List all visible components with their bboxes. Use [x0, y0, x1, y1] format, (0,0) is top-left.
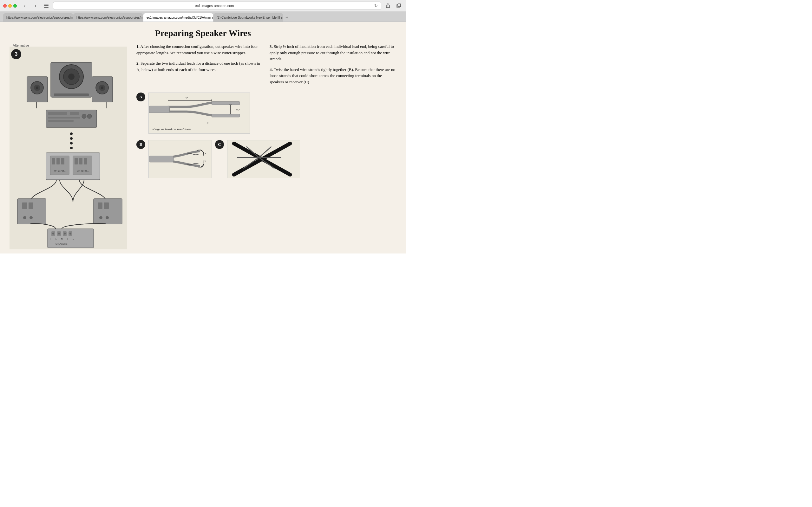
svg-point-15 — [36, 87, 38, 89]
tab-3[interactable]: ec1.images-amazon.com/media/i3d/01/A/man… — [143, 13, 213, 21]
svg-rect-29 — [48, 117, 80, 118]
svg-rect-38 — [52, 158, 55, 164]
alt-label: Alternative — [13, 43, 29, 47]
tab-1-label: https://www.sony.com/electronics/support… — [6, 16, 73, 19]
svg-text:½": ½" — [236, 108, 240, 112]
svg-point-10 — [68, 73, 74, 80]
tab-3-label: ec1.images-amazon.com/media/i3d/01/A/man… — [147, 16, 213, 19]
figure-c-content — [227, 140, 300, 179]
svg-point-58 — [52, 233, 54, 234]
toolbar-right — [384, 2, 403, 10]
step-4-text: Twist the bared wire strands tightly tog… — [270, 67, 395, 84]
svg-point-64 — [69, 233, 71, 234]
browser-chrome: ‹ › ec1.images-amazon.com ↻ — [0, 0, 406, 22]
svg-rect-39 — [56, 158, 60, 164]
svg-point-28 — [87, 114, 92, 118]
svg-text:✂: ✂ — [207, 122, 209, 124]
svg-text:R: R — [61, 238, 63, 240]
diagram-area: Alternative 3 — [9, 43, 130, 250]
share-button[interactable] — [384, 2, 392, 10]
svg-rect-42 — [79, 158, 83, 164]
figure-b-label: B — [136, 140, 145, 149]
svg-rect-43 — [84, 158, 87, 164]
svg-rect-48 — [29, 203, 33, 209]
figure-b-content: ↩ ↪ — [148, 140, 212, 179]
svg-rect-77 — [212, 114, 240, 117]
svg-text:+: + — [49, 238, 51, 240]
figure-a-svg: 1" ½" — [148, 93, 250, 134]
svg-point-49 — [23, 216, 26, 219]
tab-4[interactable]: (2) Cambridge Soundworks NewEnsemble III… — [213, 13, 283, 21]
svg-text:–: – — [72, 238, 74, 240]
content-area: Alternative 3 — [9, 43, 397, 250]
steps-columns: 1. After choosing the connection configu… — [136, 43, 397, 89]
tab-1[interactable]: https://www.sony.com/electronics/support… — [3, 13, 73, 21]
svg-rect-76 — [212, 102, 240, 105]
svg-text:1": 1" — [185, 96, 188, 100]
figure-c-row: C — [215, 140, 300, 179]
traffic-lights — [3, 4, 17, 8]
svg-text:SPEAKERS: SPEAKERS — [55, 243, 67, 245]
figure-bc-row: B — [136, 140, 397, 179]
step-badge: 3 — [11, 49, 21, 59]
minimize-button[interactable] — [8, 4, 12, 8]
svg-point-32 — [70, 137, 72, 140]
figure-b-svg: ↩ ↪ — [148, 140, 212, 178]
figure-c-label: C — [215, 140, 224, 149]
svg-rect-30 — [48, 120, 73, 122]
figure-a-content: 1" ½" — [148, 93, 397, 134]
step-3-text: Strip ½ inch of insulation from each ind… — [270, 44, 394, 61]
svg-rect-85 — [149, 156, 174, 162]
svg-rect-47 — [22, 203, 27, 209]
new-tab-button[interactable]: + — [284, 13, 290, 21]
step-4: 4. Twist the bared wire strands tightly … — [270, 66, 397, 85]
close-button[interactable] — [3, 4, 7, 8]
step-1-num: 1. — [136, 44, 140, 49]
svg-text:–: – — [50, 243, 51, 245]
svg-rect-52 — [98, 203, 102, 209]
sidebar-button[interactable] — [42, 2, 50, 10]
svg-text:MR 71725...: MR 71725... — [77, 170, 89, 172]
svg-point-34 — [70, 147, 72, 149]
figure-c-svg — [227, 140, 300, 178]
svg-rect-78 — [149, 106, 169, 113]
instructions-area: 1. After choosing the connection configu… — [136, 43, 397, 250]
svg-text:MR 71725...: MR 71725... — [54, 170, 66, 172]
svg-point-19 — [101, 87, 103, 89]
svg-text:L: L — [55, 238, 57, 240]
svg-point-33 — [70, 142, 72, 145]
svg-rect-1 — [44, 5, 49, 6]
tab-2-label: https://www.sony.com/electronics/support… — [77, 16, 143, 19]
svg-rect-25 — [48, 112, 67, 115]
forward-button[interactable]: › — [32, 2, 40, 10]
figure-a-row: A 1" — [136, 93, 397, 134]
step-1: 1. After choosing the connection configu… — [136, 43, 263, 56]
svg-rect-41 — [74, 158, 78, 164]
maximize-button[interactable] — [13, 4, 17, 8]
svg-rect-0 — [44, 4, 49, 4]
svg-text:Ridge or bead on insulation: Ridge or bead on insulation — [152, 127, 191, 131]
back-button[interactable]: ‹ — [20, 2, 29, 10]
svg-point-54 — [99, 216, 102, 219]
svg-point-31 — [70, 132, 72, 135]
new-window-button[interactable] — [395, 2, 403, 10]
step-3: 3. Strip ½ inch of insulation from each … — [270, 43, 397, 62]
address-bar[interactable]: ec1.images-amazon.com ↻ — [53, 2, 381, 10]
svg-text:↩: ↩ — [203, 152, 206, 156]
svg-rect-2 — [44, 7, 49, 8]
reload-button[interactable]: ↻ — [374, 3, 378, 8]
figure-a-label: A — [136, 93, 145, 101]
svg-rect-40 — [61, 158, 64, 164]
speaker-diagram-svg: MR 71725... MR 71725... — [9, 47, 127, 249]
title-bar: ‹ › ec1.images-amazon.com ↻ — [0, 0, 406, 11]
step-2-num: 2. — [136, 61, 140, 66]
svg-point-55 — [106, 216, 109, 219]
step-4-num: 4. — [270, 67, 273, 72]
step-2-text: Separate the two individual leads for a … — [136, 61, 260, 72]
step-1-text: After choosing the connection configurat… — [136, 44, 258, 55]
tab-2[interactable]: https://www.sony.com/electronics/support… — [73, 13, 143, 21]
step-3-num: 3. — [270, 44, 273, 49]
svg-point-62 — [64, 233, 66, 234]
steps-col-right: 3. Strip ½ inch of insulation from each … — [270, 43, 397, 89]
steps-col-left: 1. After choosing the connection configu… — [136, 43, 263, 89]
